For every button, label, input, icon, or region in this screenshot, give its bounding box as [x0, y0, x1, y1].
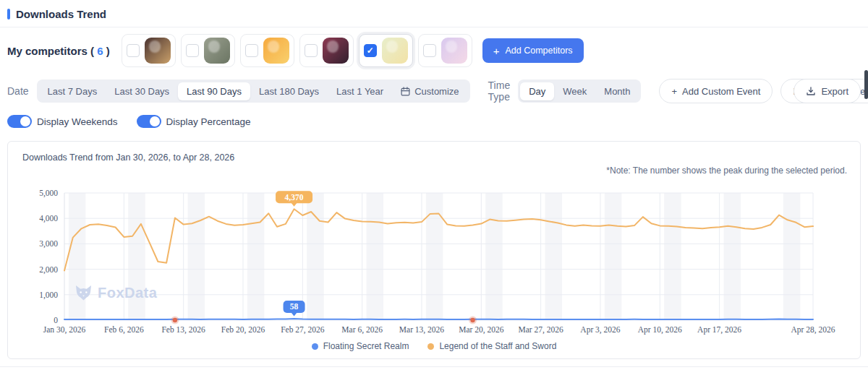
- checkbox-checked[interactable]: ✓: [364, 44, 377, 57]
- chart-title: Downloads Trend from Jan 30, 2026, to Ap…: [22, 152, 860, 163]
- app-icon-green-cream-anime-girl: [382, 38, 408, 64]
- range-last-1-year[interactable]: Last 1 Year: [328, 82, 392, 100]
- app-icon-orange-chibi-characters: [263, 38, 289, 64]
- svg-text:Feb 27, 2026: Feb 27, 2026: [281, 325, 325, 335]
- range-last-7-days[interactable]: Last 7 Days: [39, 82, 106, 100]
- chart-area: 01,0002,0003,0004,0005,000Jan 30, 2026Fe…: [8, 184, 860, 338]
- svg-text:Mar 27, 2026: Mar 27, 2026: [518, 325, 563, 335]
- time-type-week[interactable]: Week: [554, 82, 595, 100]
- competitor-card-4[interactable]: [299, 34, 354, 67]
- svg-text:Apr 17, 2026: Apr 17, 2026: [697, 325, 741, 335]
- range-last-180-days[interactable]: Last 180 Days: [250, 82, 328, 100]
- chart-legend: Floating Secret RealmLegend of the Staff…: [8, 341, 860, 351]
- calendar-icon: [401, 87, 410, 96]
- legend-item-2[interactable]: Legend of the Staff and Sword: [427, 341, 556, 351]
- downloads-trend-page: Downloads Trend My competitors ( 6 ) ✓ +…: [0, 0, 868, 370]
- page-title: Downloads Trend: [16, 8, 106, 20]
- checkbox-unchecked[interactable]: [305, 44, 318, 57]
- app-icon-dark-blonde-anime-girl: [145, 38, 171, 64]
- time-type-label: Time Type: [488, 79, 511, 103]
- time-type-day[interactable]: Day: [520, 82, 554, 100]
- plus-icon: +: [493, 45, 500, 57]
- svg-text:2,000: 2,000: [39, 265, 58, 275]
- legend-item-1[interactable]: Floating Secret Realm: [312, 341, 409, 351]
- range-last-90-days[interactable]: Last 90 Days: [178, 82, 250, 100]
- app-icon-dark-red-anime-girl: [323, 38, 349, 64]
- legend-label: Legend of the Staff and Sword: [439, 341, 556, 351]
- download-icon: [806, 86, 816, 96]
- legend-dot: [312, 343, 318, 350]
- display-toggles-row: Display Weekends Display Percentage: [0, 103, 868, 128]
- svg-text:Feb 13, 2026: Feb 13, 2026: [161, 325, 205, 335]
- competitor-card-6[interactable]: [418, 34, 472, 67]
- svg-text:Apr 28, 2026: Apr 28, 2026: [791, 325, 835, 335]
- title-accent-bar: [7, 9, 10, 20]
- checkbox-unchecked[interactable]: [186, 44, 199, 57]
- checkbox-unchecked[interactable]: [423, 44, 436, 57]
- display-percentage-toggle[interactable]: Display Percentage: [137, 115, 251, 128]
- svg-text:Apr 10, 2026: Apr 10, 2026: [638, 325, 682, 335]
- page-header: Downloads Trend: [0, 0, 868, 27]
- legend-label: Floating Secret Realm: [323, 341, 409, 351]
- filters-row: Date Last 7 Days Last 30 Days Last 90 Da…: [0, 74, 868, 103]
- svg-text:58: 58: [290, 302, 299, 311]
- svg-text:Mar 20, 2026: Mar 20, 2026: [459, 325, 504, 335]
- competitor-card-3[interactable]: [240, 34, 294, 67]
- svg-text:Feb 20, 2026: Feb 20, 2026: [221, 325, 265, 335]
- app-icon-lavender-anime-girl: [441, 38, 467, 64]
- plus-icon: +: [671, 86, 677, 97]
- svg-text:3,000: 3,000: [39, 239, 58, 249]
- competitor-card-5[interactable]: ✓: [359, 34, 413, 67]
- add-competitors-button[interactable]: + Add Competitors: [482, 38, 584, 63]
- competitors-row: My competitors ( 6 ) ✓ + Add Competitors: [0, 27, 868, 74]
- svg-text:Mar 6, 2026: Mar 6, 2026: [341, 325, 383, 335]
- range-last-30-days[interactable]: Last 30 Days: [106, 82, 178, 100]
- time-type-month[interactable]: Month: [595, 82, 639, 100]
- export-button[interactable]: Export: [793, 79, 861, 103]
- svg-text:5,000: 5,000: [39, 189, 58, 198]
- competitor-card-list: ✓: [122, 34, 472, 67]
- add-custom-event-button[interactable]: + Add Custom Event: [659, 79, 773, 103]
- bottom-divider: [0, 366, 868, 367]
- chart-peak-note: *Note: The number shows the peak during …: [606, 165, 847, 176]
- competitors-label: My competitors ( 6 ): [7, 45, 110, 57]
- svg-text:Jan 30, 2026: Jan 30, 2026: [43, 325, 86, 335]
- competitor-card-1[interactable]: [122, 34, 176, 67]
- toggle-switch[interactable]: [137, 115, 161, 128]
- svg-text:Apr 3, 2026: Apr 3, 2026: [580, 325, 621, 335]
- svg-text:0: 0: [54, 316, 58, 324]
- downloads-trend-card: Downloads Trend from Jan 30, 2026, to Ap…: [7, 141, 861, 359]
- svg-text:4,370: 4,370: [285, 193, 304, 202]
- competitor-card-2[interactable]: [181, 34, 235, 67]
- app-icon-sepia-town-scene: [204, 38, 230, 64]
- svg-text:4,000: 4,000: [39, 214, 58, 223]
- checkbox-unchecked[interactable]: [245, 44, 258, 57]
- range-customize[interactable]: Customize: [392, 82, 467, 100]
- toggle-switch[interactable]: [7, 115, 32, 128]
- display-weekends-toggle[interactable]: Display Weekends: [7, 115, 118, 128]
- checkbox-unchecked[interactable]: [127, 44, 140, 57]
- svg-text:Mar 13, 2026: Mar 13, 2026: [399, 325, 445, 335]
- time-type-segment: Day Week Month: [518, 79, 641, 103]
- date-range-segment: Last 7 Days Last 30 Days Last 90 Days La…: [37, 79, 470, 103]
- legend-dot: [427, 343, 434, 350]
- date-label: Date: [7, 85, 29, 97]
- scrollbar-thumb[interactable]: [864, 70, 868, 99]
- downloads-trend-chart[interactable]: 01,0002,0003,0004,0005,000Jan 30, 2026Fe…: [8, 184, 860, 338]
- svg-text:Feb 6, 2026: Feb 6, 2026: [104, 325, 144, 335]
- svg-text:1,000: 1,000: [39, 291, 58, 300]
- competitors-count: 6: [97, 45, 103, 57]
